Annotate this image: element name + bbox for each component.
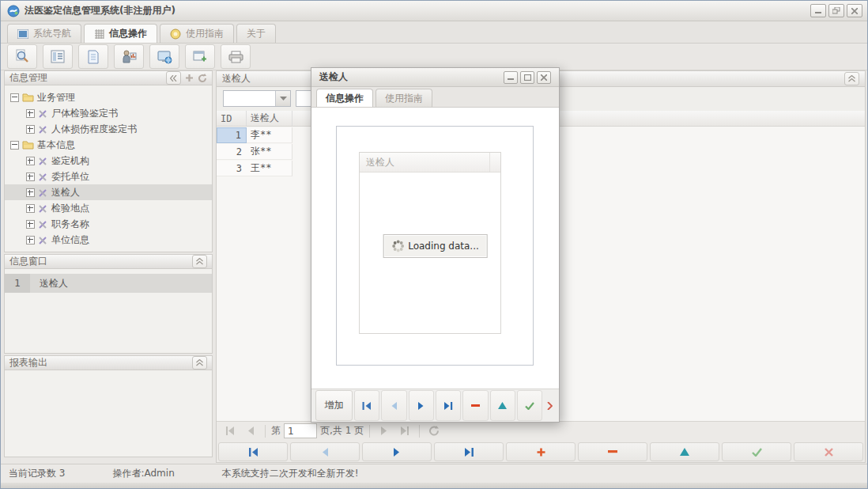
dialog-minimize-button[interactable] [504, 71, 518, 84]
panel-title: 信息窗口 [9, 255, 47, 268]
next-page-icon[interactable] [376, 423, 393, 439]
tab-info-ops[interactable]: 信息操作 [84, 24, 157, 43]
toolbar-overflow-icon[interactable] [544, 391, 555, 420]
edit-record-button[interactable] [650, 442, 719, 461]
grid-cell-id[interactable]: 3 [217, 161, 247, 176]
report-output-panel: 报表输出 [4, 355, 213, 457]
expand-node-icon[interactable] [26, 157, 35, 165]
expand-node-icon[interactable] [26, 125, 35, 134]
refresh-icon[interactable] [425, 423, 443, 439]
tools-icon [38, 219, 48, 229]
column-header-name[interactable]: 送检人 [247, 111, 292, 126]
dialog-edit-button[interactable] [490, 390, 515, 421]
search-button[interactable] [7, 44, 37, 69]
window-list-item[interactable]: 1 送检人 [5, 274, 212, 293]
tree-item-label: 人体损伤程度鉴定书 [51, 123, 137, 136]
first-page-icon[interactable] [221, 423, 239, 439]
tree-item-submitter[interactable]: 送检人 [5, 184, 212, 200]
printer-button[interactable] [221, 44, 251, 69]
dialog-prev-button[interactable] [381, 390, 406, 421]
grid-cell-id[interactable]: 2 [217, 144, 247, 160]
report-output-header: 报表输出 [4, 355, 213, 370]
expand-node-icon[interactable] [26, 172, 35, 181]
last-record-button[interactable] [434, 442, 504, 461]
last-page-icon[interactable] [396, 423, 413, 439]
tree-item-business-mgmt[interactable]: 业务管理 [5, 89, 212, 105]
grid-cell-name[interactable]: 李** [247, 127, 292, 143]
column-divider [489, 153, 490, 172]
separator [369, 425, 370, 438]
tree-item-unit-info[interactable]: 单位信息 [5, 232, 212, 248]
triangle-up-icon [498, 402, 507, 409]
dialog-tab-user-guide[interactable]: 使用指南 [376, 89, 432, 107]
column-header-id[interactable]: ID [217, 111, 247, 126]
expand-node-icon[interactable] [26, 204, 35, 213]
commit-button[interactable] [722, 442, 791, 461]
grid-row[interactable]: 2 张** [217, 144, 293, 161]
tree-item-exam-location[interactable]: 检验地点 [5, 200, 212, 216]
close-button[interactable] [847, 4, 862, 17]
tree-item-appraisal-org[interactable]: 鉴定机构 [5, 153, 212, 169]
tools-icon [38, 188, 48, 198]
window-add-icon [193, 50, 208, 64]
dialog-tab-info-ops[interactable]: 信息操作 [316, 89, 373, 107]
tab-system-nav[interactable]: 系统导航 [7, 24, 81, 43]
cancel-button[interactable] [794, 442, 863, 461]
collapse-up-icon[interactable] [192, 356, 207, 370]
delete-record-button[interactable] [578, 442, 647, 461]
tools-icon [38, 156, 48, 166]
collapse-node-icon[interactable] [10, 93, 19, 102]
dialog-last-button[interactable] [436, 390, 461, 421]
filter-combobox[interactable] [223, 90, 291, 107]
dialog-grid-header[interactable]: 送检人 [360, 153, 500, 172]
grid-cell-name[interactable]: 王** [247, 161, 292, 176]
minimize-button[interactable] [810, 4, 826, 17]
dialog-tab-bar: 信息操作 使用指南 [311, 87, 559, 108]
grid-cell-name[interactable]: 张** [247, 144, 292, 160]
tree-item-entrusting-unit[interactable]: 委托单位 [5, 169, 212, 184]
collapse-node-icon[interactable] [10, 141, 19, 150]
add-icon[interactable] [185, 74, 194, 82]
list-view-button[interactable] [43, 44, 73, 69]
add-button[interactable]: 增加 [315, 390, 353, 421]
dialog-title-bar[interactable]: 送检人 [311, 68, 559, 87]
tree-item-injury-report[interactable]: 人体损伤程度鉴定书 [5, 121, 212, 137]
user-report-button[interactable] [114, 44, 144, 69]
chevron-down-icon[interactable] [275, 91, 290, 106]
grid-row[interactable]: 3 王** [217, 161, 293, 177]
prev-page-icon[interactable] [242, 423, 259, 439]
collapse-up-icon[interactable] [844, 72, 859, 85]
dialog-delete-button[interactable] [462, 390, 488, 421]
dialog-next-button[interactable] [409, 390, 434, 421]
dialog-first-button[interactable] [354, 390, 379, 421]
first-record-button[interactable] [218, 442, 288, 461]
expand-node-icon[interactable] [26, 109, 35, 118]
add-record-button[interactable] [506, 442, 576, 461]
tree-item-basic-info[interactable]: 基本信息 [5, 137, 212, 153]
expand-node-icon[interactable] [26, 236, 35, 244]
tree-item-label: 单位信息 [51, 233, 89, 247]
collapse-left-icon[interactable] [166, 71, 181, 85]
tab-about[interactable]: 关于 [236, 24, 276, 43]
monitor-view-button[interactable] [149, 44, 179, 69]
dialog-maximize-button[interactable] [520, 71, 534, 84]
refresh-icon[interactable] [198, 74, 207, 83]
tools-icon [38, 203, 48, 214]
grid-row[interactable]: 1 李** [217, 127, 293, 144]
next-record-button[interactable] [362, 442, 432, 461]
collapse-up-icon[interactable] [192, 255, 207, 268]
expand-node-icon[interactable] [26, 220, 35, 229]
page-number-input[interactable] [284, 423, 317, 438]
grid-cell-id[interactable]: 1 [217, 127, 247, 143]
document-button[interactable] [78, 44, 108, 69]
prev-record-button[interactable] [290, 442, 360, 461]
restore-button[interactable] [828, 4, 844, 17]
dialog-commit-button[interactable] [517, 390, 542, 421]
tab-user-guide[interactable]: 使用指南 [160, 24, 234, 43]
expand-node-icon[interactable] [26, 188, 35, 197]
tree-item-autopsy-report[interactable]: 尸体检验鉴定书 [5, 105, 212, 121]
dialog-close-button[interactable] [537, 71, 551, 84]
status-message: 本系统支持二次开发和全新开发! [175, 467, 359, 480]
tree-item-job-title[interactable]: 职务名称 [5, 216, 212, 232]
new-window-button[interactable] [185, 44, 215, 69]
